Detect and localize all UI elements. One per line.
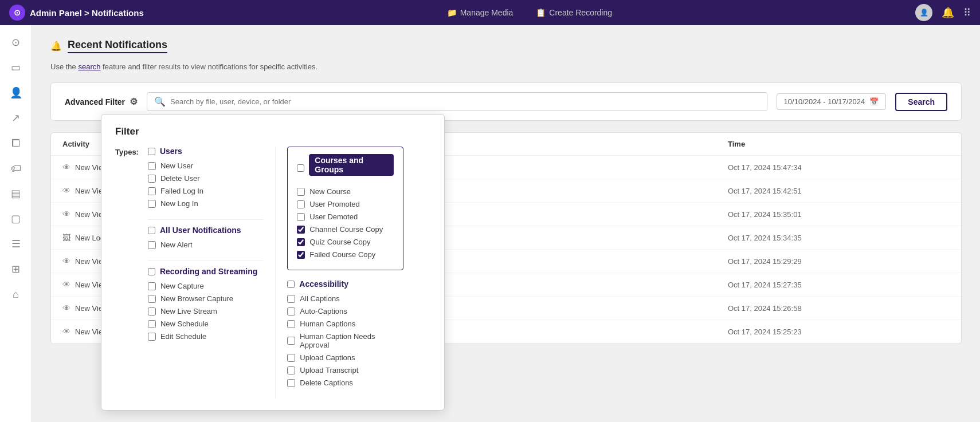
filter-item-upload-transcript: Upload Transcript xyxy=(287,366,403,374)
search-link[interactable]: search xyxy=(78,62,100,71)
search-input[interactable] xyxy=(170,97,760,106)
delete-user-label: Delete User xyxy=(160,174,200,183)
bell-icon[interactable]: 🔔 xyxy=(942,6,954,19)
new-live-stream-label: New Live Stream xyxy=(160,307,217,315)
delete-captions-checkbox[interactable] xyxy=(287,379,295,387)
accessibility-section: Accessibility All Captions Auto-Captions xyxy=(287,279,403,387)
filter-item-human-captions: Human Captions xyxy=(287,320,403,328)
topnav: ⊙ Admin Panel > Notifications 📁 Manage M… xyxy=(0,0,980,25)
manage-media-button[interactable]: 📁 Manage Media xyxy=(447,8,513,17)
user-promoted-label: User Promoted xyxy=(309,200,359,208)
media-icon: 📁 xyxy=(447,8,457,17)
eye-icon: 👁 xyxy=(62,257,70,266)
eye-icon: 👁 xyxy=(62,210,70,219)
new-live-stream-checkbox[interactable] xyxy=(148,307,156,315)
create-recording-button[interactable]: 📋 Create Recording xyxy=(536,8,612,17)
human-captions-checkbox[interactable] xyxy=(287,320,295,328)
bell-page-icon: 🔔 xyxy=(50,41,62,52)
advanced-filter-button[interactable]: Advanced Filter ⚙ xyxy=(65,96,138,107)
sidebar-icon-list[interactable]: ☰ xyxy=(6,234,26,254)
eye-icon: 👁 xyxy=(62,327,70,336)
sidebar-icon-users[interactable]: 👤 xyxy=(6,82,26,103)
failed-login-checkbox[interactable] xyxy=(148,187,156,195)
filter-item-delete-user: Delete User xyxy=(148,174,264,183)
filter-item-new-live-stream: New Live Stream xyxy=(148,307,264,315)
users-section: Users New User Delete User xyxy=(148,147,264,208)
date-range[interactable]: 10/10/2024 - 10/17/2024 📅 xyxy=(777,93,887,110)
new-capture-checkbox[interactable] xyxy=(148,282,156,290)
filter-item-new-alert: New Alert xyxy=(148,240,264,249)
topnav-center: 📁 Manage Media 📋 Create Recording xyxy=(155,8,904,17)
filter-item-new-capture: New Capture xyxy=(148,282,264,290)
filter-columns: Users New User Delete User xyxy=(148,147,403,399)
all-captions-checkbox[interactable] xyxy=(287,295,295,303)
filter-sliders-icon: ⚙ xyxy=(130,96,138,107)
upload-transcript-checkbox[interactable] xyxy=(287,366,295,374)
sidebar-icon-home[interactable]: ⊙ xyxy=(6,32,26,53)
auto-captions-label: Auto-Captions xyxy=(300,307,347,315)
new-login-checkbox[interactable] xyxy=(148,200,156,208)
logo-icon: ⊙ xyxy=(9,5,25,21)
sidebar-icon-analytics[interactable]: ↗ xyxy=(6,108,26,128)
channel-course-copy-checkbox[interactable] xyxy=(297,226,305,234)
main-content: 🔔 Recent Notifications Use the search fe… xyxy=(32,25,980,422)
filter-item-upload-captions: Upload Captions xyxy=(287,353,403,362)
human-caption-needs-approval-checkbox[interactable] xyxy=(287,337,295,345)
upload-transcript-label: Upload Transcript xyxy=(300,366,358,374)
user-promoted-checkbox[interactable] xyxy=(297,200,305,208)
filter-item-channel-course-copy: Channel Course Copy xyxy=(297,225,393,234)
time-cell: Oct 17, 2024 15:42:51 xyxy=(728,187,950,195)
filter-item-human-caption-needs-approval: Human Caption Needs Approval xyxy=(287,332,403,349)
new-schedule-checkbox[interactable] xyxy=(148,320,156,328)
edit-schedule-checkbox[interactable] xyxy=(148,333,156,341)
new-alert-checkbox[interactable] xyxy=(148,241,156,249)
filter-overlay-title: Filter xyxy=(115,126,430,137)
accessibility-checkbox[interactable] xyxy=(287,281,295,288)
failed-course-copy-checkbox[interactable] xyxy=(297,251,305,259)
page-header: 🔔 Recent Notifications xyxy=(50,39,962,53)
search-icon: 🔍 xyxy=(154,96,166,107)
all-user-notifications-checkbox[interactable] xyxy=(148,227,155,234)
courses-groups-section: Courses and Groups New Course User Promo… xyxy=(287,147,403,270)
upload-captions-checkbox[interactable] xyxy=(287,354,295,362)
grid-icon[interactable]: ⠿ xyxy=(963,6,971,19)
filter-item-new-browser-capture: New Browser Capture xyxy=(148,294,264,303)
human-captions-label: Human Captions xyxy=(300,320,355,328)
sidebar-icon-screen[interactable]: ▢ xyxy=(6,208,26,229)
time-cell: Oct 17, 2024 15:34:35 xyxy=(728,234,950,242)
layout: ⊙ ▭ 👤 ↗ ⧠ 🏷 ▤ ▢ ☰ ⊞ ⌂ 🔔 Recent Notificat… xyxy=(0,25,980,422)
users-checkbox[interactable] xyxy=(148,148,155,155)
image-icon: 🖼 xyxy=(62,233,70,242)
sidebar-icon-bank[interactable]: ⌂ xyxy=(6,284,26,305)
brand: ⊙ Admin Panel > Notifications xyxy=(9,5,144,21)
auto-captions-checkbox[interactable] xyxy=(287,307,295,315)
search-button[interactable]: Search xyxy=(895,93,947,111)
filter-item-new-course: New Course xyxy=(297,187,393,196)
quiz-course-copy-checkbox[interactable] xyxy=(297,238,305,246)
new-alert-label: New Alert xyxy=(160,240,193,249)
sidebar-icon-tag[interactable]: 🏷 xyxy=(6,158,26,179)
types-label: Types: xyxy=(115,148,139,156)
new-schedule-label: New Schedule xyxy=(160,320,209,328)
new-browser-capture-checkbox[interactable] xyxy=(148,295,156,303)
new-course-checkbox[interactable] xyxy=(297,188,305,196)
user-demoted-checkbox[interactable] xyxy=(297,213,305,221)
manage-media-label: Manage Media xyxy=(460,8,513,17)
eye-icon: 👁 xyxy=(62,186,70,195)
delete-user-checkbox[interactable] xyxy=(148,175,156,183)
new-browser-capture-label: New Browser Capture xyxy=(160,294,233,303)
accessibility-title: Accessibility xyxy=(299,279,348,289)
sidebar-icon-data[interactable]: ⊞ xyxy=(6,259,26,279)
recording-streaming-title: Recording and Streaming xyxy=(160,267,257,276)
recording-streaming-checkbox[interactable] xyxy=(148,268,155,275)
filter-col-right: Courses and Groups New Course User Promo… xyxy=(275,147,403,399)
time-cell: Oct 17, 2024 15:25:23 xyxy=(728,328,950,336)
filter-item-edit-schedule: Edit Schedule xyxy=(148,332,264,341)
human-caption-needs-approval-label: Human Caption Needs Approval xyxy=(300,332,403,349)
sidebar-icon-monitor[interactable]: ▭ xyxy=(6,57,26,78)
sidebar-icon-layers[interactable]: ⧠ xyxy=(6,133,26,153)
avatar[interactable]: 👤 xyxy=(915,4,932,21)
new-user-checkbox[interactable] xyxy=(148,162,156,170)
sidebar-icon-caption[interactable]: ▤ xyxy=(6,183,26,204)
courses-groups-checkbox[interactable] xyxy=(297,164,304,172)
